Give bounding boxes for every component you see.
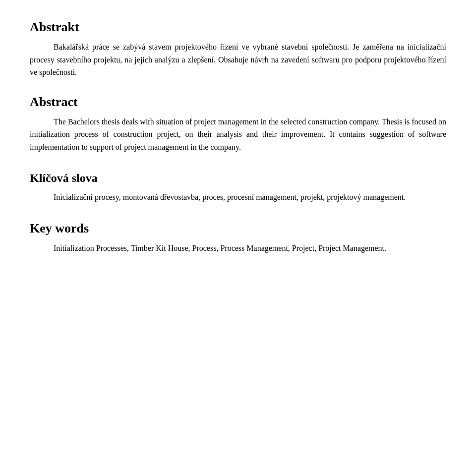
- abstrakt-title: Abstrakt: [30, 20, 446, 35]
- key-words-title: Key words: [30, 221, 446, 236]
- abstract-section: Abstract The Bachelors thesis deals with…: [30, 95, 446, 154]
- abstract-paragraph: The Bachelors thesis deals with situatio…: [30, 116, 446, 154]
- abstrakt-body: Bakalářská práce se zabývá stavem projek…: [30, 41, 446, 79]
- klicova-slova-title: Klíčová slova: [30, 172, 446, 185]
- klicova-slova-body: Inicializační procesy, montovaná dřevost…: [30, 191, 446, 204]
- abstract-body: The Bachelors thesis deals with situatio…: [30, 116, 446, 154]
- abstrakt-section: Abstrakt Bakalářská práce se zabývá stav…: [30, 20, 446, 79]
- key-words-text: Initialization Processes, Timber Kit Hou…: [30, 242, 446, 255]
- klicova-slova-section: Klíčová slova Inicializační procesy, mon…: [30, 172, 446, 204]
- key-words-body: Initialization Processes, Timber Kit Hou…: [30, 242, 446, 255]
- abstrakt-paragraph: Bakalářská práce se zabývá stavem projek…: [30, 41, 446, 79]
- abstract-title: Abstract: [30, 95, 446, 110]
- klicova-slova-text: Inicializační procesy, montovaná dřevost…: [30, 191, 446, 204]
- key-words-section: Key words Initialization Processes, Timb…: [30, 221, 446, 255]
